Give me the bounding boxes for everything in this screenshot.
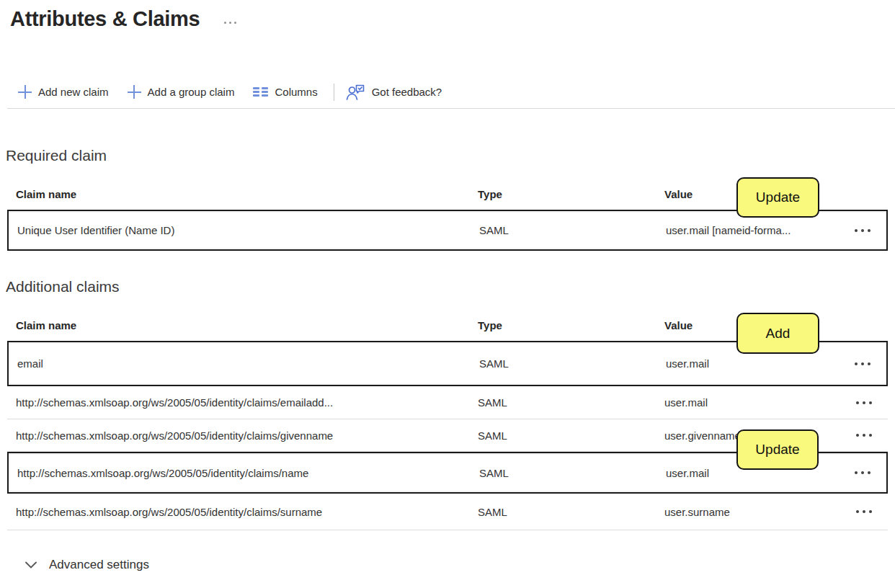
columns-button[interactable]: Columns <box>253 86 317 98</box>
annotation-add-additional-claim: Add <box>736 313 819 354</box>
feedback-icon <box>346 84 365 101</box>
plus-icon <box>18 85 32 99</box>
row-context-menu-icon[interactable] <box>846 471 878 474</box>
required-claim-heading: Required claim <box>6 147 107 164</box>
more-options-icon[interactable] <box>224 14 236 24</box>
advanced-settings-toggle[interactable]: Advanced settings <box>25 558 149 572</box>
claim-value-cell: user.mail <box>666 357 846 370</box>
columns-icon <box>253 87 268 97</box>
claim-type-cell: SAML <box>478 506 664 518</box>
row-context-menu-icon[interactable] <box>846 362 878 365</box>
claim-value-cell: user.surname <box>664 506 845 518</box>
annotation-update-required-claim: Update <box>736 177 819 218</box>
claim-type-cell: SAML <box>479 357 666 370</box>
claim-value-cell: user.mail [nameid-forma... <box>666 224 846 236</box>
claim-type-cell: SAML <box>479 224 666 236</box>
row-context-menu-icon[interactable] <box>845 401 879 404</box>
attributes-claims-page: Attributes & Claims Add new claim Add a … <box>0 0 895 588</box>
plus-icon <box>128 85 141 99</box>
got-feedback-label: Got feedback? <box>372 86 442 98</box>
add-group-claim-label: Add a group claim <box>148 86 235 98</box>
claim-name-cell: http://schemas.xmlsoap.org/ws/2005/05/id… <box>16 506 478 518</box>
table-row[interactable]: http://schemas.xmlsoap.org/ws/2005/05/id… <box>7 494 888 530</box>
command-bar: Add new claim Add a group claim Columns … <box>0 75 895 109</box>
claim-type-cell: SAML <box>479 467 666 479</box>
column-header-type[interactable]: Type <box>478 188 664 210</box>
chevron-down-icon <box>25 561 37 569</box>
table-row[interactable]: http://schemas.xmlsoap.org/ws/2005/05/id… <box>7 386 888 419</box>
claim-type-cell: SAML <box>478 429 664 442</box>
claim-name-cell: email <box>17 357 479 370</box>
claim-name-cell: Unique User Identifier (Name ID) <box>17 224 479 236</box>
additional-claims-heading: Additional claims <box>6 278 120 295</box>
claim-type-cell: SAML <box>478 396 664 409</box>
claim-name-cell: http://schemas.xmlsoap.org/ws/2005/05/id… <box>16 396 478 409</box>
page-header: Attributes & Claims <box>10 7 236 31</box>
got-feedback-button[interactable]: Got feedback? <box>346 84 442 101</box>
page-title: Attributes & Claims <box>10 7 200 31</box>
toolbar-divider <box>334 84 334 101</box>
add-group-claim-button[interactable]: Add a group claim <box>128 85 235 99</box>
row-context-menu-icon[interactable] <box>845 434 879 437</box>
column-header-claim-name[interactable]: Claim name <box>16 188 478 210</box>
column-header-type[interactable]: Type <box>478 319 664 341</box>
claim-name-cell: http://schemas.xmlsoap.org/ws/2005/05/id… <box>16 429 478 442</box>
add-new-claim-button[interactable]: Add new claim <box>18 85 109 99</box>
columns-label: Columns <box>275 86 317 98</box>
advanced-settings-label: Advanced settings <box>49 558 149 572</box>
claim-name-cell: http://schemas.xmlsoap.org/ws/2005/05/id… <box>17 467 479 479</box>
annotation-update-additional-claim: Update <box>736 429 819 470</box>
claim-value-cell: user.mail <box>664 396 845 409</box>
row-context-menu-icon[interactable] <box>846 229 878 232</box>
add-new-claim-label: Add new claim <box>38 86 109 98</box>
column-header-claim-name[interactable]: Claim name <box>16 319 478 341</box>
row-context-menu-icon[interactable] <box>845 510 879 513</box>
